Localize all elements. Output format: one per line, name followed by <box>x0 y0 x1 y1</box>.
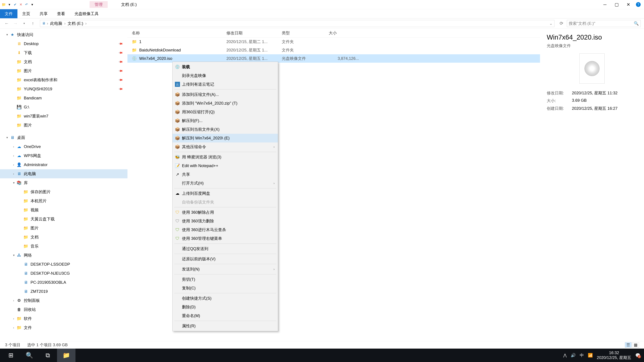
ctx-other-compress[interactable]: 📦其他压缩命令› <box>172 142 278 151</box>
action-center-icon[interactable]: 💬 <box>635 353 640 358</box>
ime-indicator[interactable]: 中 <box>580 353 584 358</box>
chevron-right-icon[interactable]: › <box>13 145 14 148</box>
tree-admin[interactable]: ›👤Administrator <box>0 160 128 169</box>
task-view-button[interactable]: ⧉ <box>38 349 57 362</box>
search-icon[interactable]: 🔍 <box>634 21 639 26</box>
col-type[interactable]: 类型 <box>282 30 329 36</box>
chevron-right-icon[interactable]: › <box>85 21 86 26</box>
forward-button[interactable]: → <box>12 20 19 27</box>
network-icon[interactable]: 📶 <box>588 353 593 358</box>
chevron-down-icon[interactable]: ▾ <box>13 253 14 257</box>
ctx-shortcut[interactable]: 创建快捷方式(S) <box>172 294 278 303</box>
ctx-360-rightmenu[interactable]: 🛡使用 360管理右键菜单 <box>172 234 278 243</box>
tree-quick-access[interactable]: ▾★快速访问 <box>0 30 128 39</box>
tree-pics3[interactable]: 📁图片 <box>0 224 128 233</box>
ctx-extract-here[interactable]: 📦解压到当前文件夹(X) <box>172 125 278 134</box>
tab-home[interactable]: 主页 <box>18 9 35 18</box>
tab-view[interactable]: 查看 <box>52 9 70 18</box>
tree-bandicam[interactable]: 📁Bandicam <box>0 93 128 103</box>
contextual-tab[interactable]: 管理 <box>90 1 108 8</box>
breadcrumb[interactable]: 🖥 › 此电脑 › 文档 (E:) › ⌄ <box>40 20 554 27</box>
chevron-down-icon[interactable]: ▾ <box>6 33 8 36</box>
tree-gdrive[interactable]: 💾G:\ <box>0 103 128 112</box>
file-row[interactable]: 💿Win7x64_2020.iso2020/12/25, 星期五 1...光盘映… <box>128 54 540 63</box>
chevron-right-icon[interactable]: › <box>64 21 66 26</box>
tree-pictures[interactable]: 📁图片📌 <box>0 66 128 75</box>
tree-network[interactable]: ▾🖧网络 <box>0 251 128 260</box>
chevron-right-icon[interactable]: › <box>13 317 14 321</box>
undo-icon[interactable]: ↶ <box>24 2 28 6</box>
search-input[interactable]: 搜索"文档 (E:)" 🔍 <box>567 20 641 27</box>
chevron-right-icon[interactable]: › <box>13 154 14 158</box>
ctx-open-with[interactable]: 打开方式(H)› <box>172 179 278 188</box>
tree-pics2[interactable]: 📁图片 <box>0 121 128 130</box>
chevron-right-icon[interactable]: › <box>13 299 14 302</box>
tree-music[interactable]: 📁音乐 <box>0 242 128 251</box>
chevron-right-icon[interactable]: › <box>47 21 48 26</box>
explorer-taskbar-button[interactable]: 📁 <box>57 349 76 362</box>
tree-excel[interactable]: 📁excel表格制作求和📌 <box>0 75 128 84</box>
tree-desktop-root[interactable]: ▾🖥桌面 <box>0 133 128 142</box>
ctx-restore[interactable]: 还原以前的版本(V) <box>172 255 278 263</box>
col-size[interactable]: 大小 <box>329 30 362 36</box>
tree-desktop[interactable]: 🖥Desktop📌 <box>0 39 128 48</box>
ctx-properties[interactable]: 属性(R) <box>172 322 278 330</box>
start-button[interactable]: ⊞ <box>2 349 20 362</box>
tree-pc2[interactable]: 🖥DESKTOP-NJEU3CG <box>0 269 128 278</box>
ctx-360-trojan[interactable]: 🛡使用 360进行木马云查杀 <box>172 225 278 234</box>
ctx-extract-to[interactable]: 📦解压到(F)... <box>172 116 278 125</box>
tree-docs2[interactable]: 📁文档 <box>0 233 128 242</box>
check-icon[interactable]: ✔ <box>13 2 17 6</box>
ctx-extract-folder[interactable]: 📦解压到 Win7x64_2020\ (E) <box>172 134 278 142</box>
clock[interactable]: 16:32 2020/12/25, 星期五 <box>597 351 631 360</box>
details-view-button[interactable]: ☰ <box>625 342 632 348</box>
tree-pc4[interactable]: 🖥ZMT2019 <box>0 287 128 296</box>
tree-control[interactable]: ›⚙控制面板 <box>0 296 128 305</box>
ctx-delete[interactable]: 删除(D) <box>172 303 278 311</box>
icons-view-button[interactable]: ▦ <box>632 342 639 348</box>
ctx-send-to[interactable]: 发送到(N)› <box>172 265 278 274</box>
customize-icon[interactable]: ▾ <box>30 2 34 6</box>
ctx-cut[interactable]: 剪切(T) <box>172 275 278 284</box>
breadcrumb-pc[interactable]: 此电脑 <box>49 21 63 26</box>
maximize-button[interactable]: ▢ <box>612 1 621 8</box>
chevron-down-icon[interactable]: ▾ <box>6 136 8 139</box>
volume-icon[interactable]: 🔊 <box>571 353 576 358</box>
file-row[interactable]: 📁BaiduNetdiskDownload2020/12/25, 星期五 1..… <box>128 46 540 54</box>
ctx-360-forcedel[interactable]: 🛡使用 360强力删除 <box>172 217 278 225</box>
ctx-mount[interactable]: 💿装载 <box>172 62 278 71</box>
recent-dropdown[interactable]: ▾ <box>21 20 28 27</box>
tree-documents[interactable]: 📁文档📌 <box>0 57 128 66</box>
tree-downloads[interactable]: ⬇下载📌 <box>0 48 128 57</box>
tree-onedrive[interactable]: ›☁OneDrive <box>0 142 128 151</box>
tree-files[interactable]: ›📁文件 <box>0 323 128 332</box>
ctx-rename[interactable]: 重命名(M) <box>172 311 278 320</box>
refresh-button[interactable]: ⟳ <box>558 20 565 27</box>
col-name[interactable]: 名称 <box>128 30 226 36</box>
tree-win7reinstall[interactable]: 📁win7重装win7 <box>0 112 128 121</box>
ctx-copy[interactable]: 复制(C) <box>172 284 278 293</box>
tab-file[interactable]: 文件 <box>0 9 18 18</box>
tree-software[interactable]: ›📁软件 <box>0 314 128 323</box>
tray-expand-icon[interactable]: ⋀ <box>563 353 567 358</box>
ctx-qq-send[interactable]: 通过QQ发送到 <box>172 244 278 253</box>
up-button[interactable]: ↑ <box>30 20 36 27</box>
tree-libraries[interactable]: ▾📚库 <box>0 178 128 187</box>
tree-videos[interactable]: 📁视频 <box>0 205 128 215</box>
ctx-honey[interactable]: 🐝用 蜂蜜浏览器 浏览(3) <box>172 153 278 161</box>
back-button[interactable]: ← <box>3 20 10 27</box>
tree-yunqishi[interactable]: 📁YUNQISHI2019📌 <box>0 84 128 93</box>
chevron-down-icon[interactable]: ▾ <box>13 181 14 185</box>
help-icon[interactable]: ? <box>636 2 641 7</box>
tree-saved-pics[interactable]: 📁保存的图片 <box>0 187 128 196</box>
ctx-youdao[interactable]: 云上传到有道云笔记 <box>172 80 278 89</box>
tree-wps[interactable]: ›☁WPS网盘 <box>0 151 128 160</box>
ctx-360-unlock[interactable]: 🛡使用 360解除占用 <box>172 208 278 217</box>
tab-share[interactable]: 共享 <box>35 9 52 18</box>
tree-recycle[interactable]: 🗑回收站 <box>0 305 128 314</box>
tree-pc3[interactable]: 🖥PC-20190530OBLA <box>0 278 128 287</box>
ctx-add-archive[interactable]: 📦添加到压缩文件(A)... <box>172 90 278 99</box>
ctx-share[interactable]: ↗共享 <box>172 170 278 179</box>
ctx-baidu[interactable]: ☁上传到百度网盘 <box>172 189 278 198</box>
close-button[interactable]: ✕ <box>624 1 632 8</box>
